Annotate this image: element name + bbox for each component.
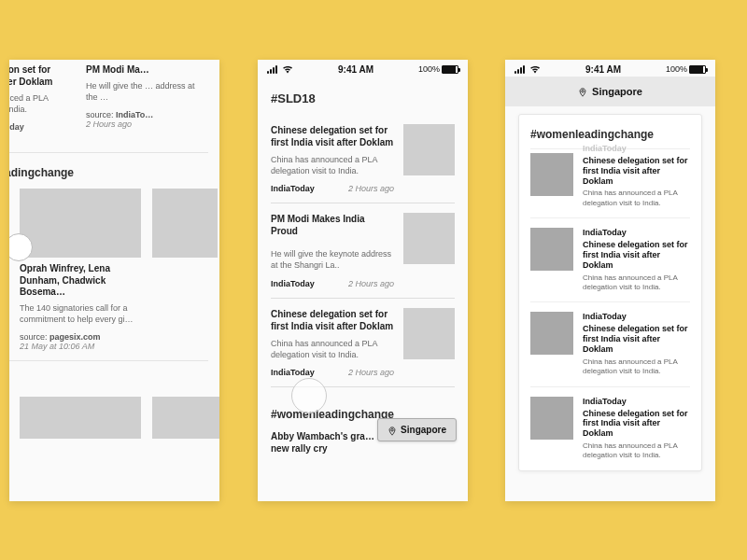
card-source: source: pagesix.com bbox=[20, 332, 141, 342]
card-title: Oprah Winfrey, Lena Dunham, Chadwick Bos… bbox=[20, 263, 141, 299]
article-sub: He will give the keynote address at the … bbox=[271, 248, 394, 271]
article-sub: …a has announced a PLA egation visit to … bbox=[9, 92, 73, 115]
location-header[interactable]: Singapore bbox=[505, 77, 715, 106]
article-source: IndiaToday bbox=[583, 312, 690, 321]
location-label: Singapore bbox=[401, 425, 446, 435]
wifi-icon bbox=[529, 65, 541, 74]
wifi-icon bbox=[282, 65, 293, 74]
battery-icon bbox=[689, 65, 706, 74]
article-thumb bbox=[530, 397, 573, 440]
article-source: IndiaToday bbox=[9, 122, 24, 132]
article-sub: China has announced a PLA delegation vis… bbox=[271, 154, 394, 176]
card-thumb bbox=[152, 189, 218, 258]
article-time: 2 Hours ago bbox=[348, 279, 394, 288]
article-row[interactable]: PM Modi Makes India Proud He will give t… bbox=[271, 203, 455, 298]
status-bar: 9:41 AM 100% bbox=[505, 60, 715, 77]
article-source: IndiaToday bbox=[583, 144, 690, 153]
article-source: IndiaToday bbox=[271, 368, 315, 377]
article-row[interactable]: IndiaToday Chinese delegation set for fi… bbox=[530, 148, 690, 218]
section-heading: #womenleadingchange bbox=[530, 128, 690, 141]
article-row[interactable]: IndiaToday Chinese delegation set for fi… bbox=[530, 218, 690, 302]
scroller-card[interactable]: Oprah Winfrey, Lena Dunham, Chadwick Bos… bbox=[20, 189, 141, 351]
card-thumb bbox=[20, 397, 141, 439]
statusbar-time: 9:41 AM bbox=[585, 64, 621, 75]
article[interactable]: PM Modi Ma… He will give the … address a… bbox=[86, 63, 208, 141]
card-time: 21 May at 10:06 AM bbox=[20, 342, 141, 351]
article-sub: China has announced a PLA delegation vis… bbox=[583, 189, 690, 208]
article-source: IndiaToday bbox=[271, 279, 315, 288]
card-thumb bbox=[20, 189, 141, 258]
article-row[interactable]: Chinese delegation set for first India v… bbox=[271, 299, 455, 387]
phone-frame-1: …se delegation set for India visit after… bbox=[9, 60, 219, 501]
article-title: PM Modi Ma… bbox=[86, 63, 208, 76]
article-pair: …se delegation set for India visit after… bbox=[9, 63, 208, 153]
statusbar-battery-pct: 100% bbox=[666, 64, 687, 74]
article-thumb bbox=[530, 228, 573, 271]
article-title: Chinese delegation set for first India v… bbox=[583, 324, 690, 354]
article-sub: China has announced a PLA delegation vis… bbox=[583, 273, 690, 293]
battery-icon bbox=[442, 65, 458, 74]
card-sub: The 140 signatories call for a commitmen… bbox=[20, 302, 141, 325]
horizontal-scroller[interactable]: …ation ry …raged d… Oprah Winfrey, Lena … bbox=[9, 189, 208, 361]
article-thumb bbox=[403, 124, 455, 175]
article-title: Chinese delegation set for first India v… bbox=[583, 156, 690, 186]
location-pin-icon bbox=[578, 87, 587, 96]
article-row[interactable]: IndiaToday Chinese delegation set for fi… bbox=[530, 387, 690, 470]
article-time: 2 Hours ago bbox=[86, 119, 208, 129]
card-thumb bbox=[152, 397, 219, 439]
location-pin-icon bbox=[388, 426, 397, 435]
location-label: Singapore bbox=[592, 86, 642, 97]
article-time: …urs ago bbox=[9, 132, 73, 141]
article-title: Chinese delegation set for first India v… bbox=[583, 409, 690, 439]
article-title: Chinese delegation set for first India v… bbox=[271, 308, 394, 332]
location-chip[interactable]: Singapore bbox=[377, 418, 457, 441]
article-title: PM Modi Makes India Proud bbox=[271, 213, 394, 237]
article-source: IndiaToday bbox=[583, 228, 690, 237]
horizontal-scroller[interactable] bbox=[9, 397, 208, 439]
article-sub: China has announced a PLA delegation vis… bbox=[583, 441, 690, 461]
article-title: Chinese delegation set for first India v… bbox=[271, 124, 394, 148]
phone-frame-3: 9:41 AM 100% Singapore #womenleadingchan… bbox=[505, 60, 715, 501]
article-row[interactable]: IndiaToday Chinese delegation set for fi… bbox=[530, 302, 690, 386]
article-sub: China has announced a PLA delegation vis… bbox=[271, 338, 394, 360]
section-heading: #womenleadingchange bbox=[9, 166, 208, 179]
article-card: #womenleadingchange IndiaToday Chinese d… bbox=[518, 114, 702, 471]
article-source: IndiaToday bbox=[271, 184, 315, 193]
touch-indicator bbox=[291, 378, 327, 413]
indicator-dot bbox=[9, 233, 33, 261]
article-time: 2 Hours ago bbox=[348, 368, 394, 377]
article-title: Chinese delegation set for first India v… bbox=[583, 240, 690, 270]
article-sub: He will give the … address at the … bbox=[86, 80, 208, 103]
article-thumb bbox=[403, 213, 455, 264]
scroller-card[interactable] bbox=[152, 189, 218, 351]
section-heading: #SLD18 bbox=[271, 91, 455, 105]
article-sub: China has announced a PLA delegation vis… bbox=[583, 357, 690, 377]
article-time: 2 Hours ago bbox=[348, 184, 394, 193]
article-thumb bbox=[530, 153, 573, 196]
status-bar: 9:41 AM 100% bbox=[258, 60, 468, 77]
article-source: IndiaTo… bbox=[116, 110, 153, 119]
article[interactable]: …se delegation set for India visit after… bbox=[9, 63, 73, 141]
signal-icon bbox=[514, 65, 528, 74]
article-thumb bbox=[530, 312, 573, 355]
article-row[interactable]: Chinese delegation set for first India v… bbox=[271, 115, 455, 203]
section-heading: …m Road bbox=[9, 374, 208, 387]
article-source: IndiaToday bbox=[583, 397, 690, 406]
statusbar-battery-pct: 100% bbox=[418, 64, 440, 74]
statusbar-time: 9:41 AM bbox=[338, 64, 374, 75]
signal-icon bbox=[267, 65, 280, 74]
article-title: …se delegation set for India visit after… bbox=[9, 63, 73, 88]
phone-frame-2: 9:41 AM 100% #SLD18 Chinese delegation s… bbox=[258, 60, 468, 501]
article-thumb bbox=[403, 308, 455, 359]
